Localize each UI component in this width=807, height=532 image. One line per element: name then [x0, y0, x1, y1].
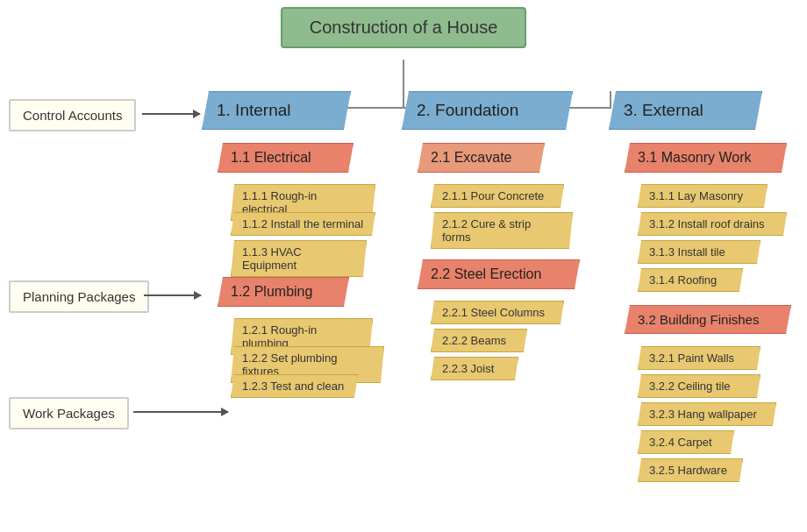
- subsection-steel: 2.2 Steel Erection: [418, 259, 580, 289]
- subsection-electrical: 1.1 Electrical: [218, 143, 354, 173]
- subsection-plumbing: 1.2 Plumbing: [218, 277, 349, 307]
- diagram-title: Construction of a House: [281, 7, 526, 48]
- label-planning-packages: Planning Packages: [9, 280, 149, 313]
- wp-325: 3.2.5 Hardware: [638, 458, 743, 482]
- wp-314: 3.1.4 Roofing: [638, 268, 743, 292]
- wp-322: 3.2.2 Ceiling tile: [638, 374, 761, 398]
- wp-123: 1.2.3 Test and clean: [231, 374, 358, 398]
- wp-221: 2.2.1 Steel Columns: [431, 301, 564, 324]
- wp-113: 1.1.3 HVAC Equipment: [231, 240, 367, 277]
- wp-223: 2.2.3 Joist: [431, 357, 518, 380]
- subsection-masonry: 3.1 Masonry Work: [625, 143, 787, 173]
- wp-311: 3.1.1 Lay Masonry: [638, 184, 768, 208]
- diagram: Construction of a House 1. Internal 1.1 …: [0, 0, 807, 532]
- wp-313: 3.1.3 Install tile: [638, 240, 761, 264]
- subsection-excavate: 2.1 Excavate: [418, 143, 545, 173]
- arrow-planning-packages: [144, 294, 201, 296]
- label-work-packages: Work Packages: [9, 397, 129, 429]
- subsection-finishes: 3.2 Building Finishes: [625, 305, 791, 334]
- col-header-internal: 1. Internal: [202, 91, 351, 130]
- col3-drop-line: [610, 91, 611, 109]
- wp-312: 3.1.2 Install roof drains: [638, 212, 787, 236]
- label-control-accounts: Control Accounts: [9, 99, 136, 131]
- col2-drop-line: [403, 91, 404, 109]
- wp-112: 1.1.2 Install the terminal: [231, 212, 375, 236]
- wp-323: 3.2.3 Hang wallpaper: [638, 402, 776, 426]
- wp-222: 2.2.2 Beams: [431, 329, 527, 352]
- wp-211: 2.1.1 Pour Concrete: [431, 184, 564, 208]
- col-header-foundation: 2. Foundation: [402, 91, 573, 130]
- col-header-external: 3. External: [609, 91, 762, 130]
- arrow-work-packages: [133, 411, 228, 413]
- wp-212: 2.1.2 Cure & strip forms: [431, 212, 573, 249]
- wp-324: 3.2.4 Carpet: [638, 430, 734, 454]
- wp-321: 3.2.1 Paint Walls: [638, 346, 761, 370]
- arrow-control-accounts: [142, 113, 200, 115]
